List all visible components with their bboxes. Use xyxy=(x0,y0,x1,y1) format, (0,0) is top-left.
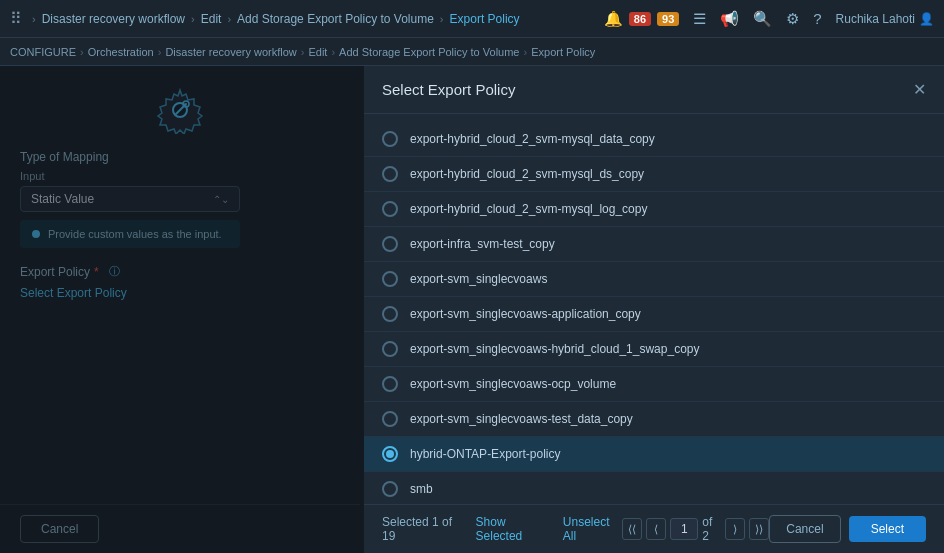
topnav-right: 🔔 86 93 ☰ 📢 🔍 ⚙ ? Ruchika Lahoti 👤 xyxy=(604,10,934,28)
footer-selection-info: Selected 1 of 19 Show Selected Unselect … xyxy=(382,515,622,543)
subnav-drworkflow[interactable]: Disaster recovery workflow xyxy=(165,46,296,58)
modal-cancel-button[interactable]: Cancel xyxy=(769,515,840,543)
policy-name: export-hybrid_cloud_2_svm-mysql_ds_copy xyxy=(410,167,644,181)
bell-icon[interactable]: 🔔 xyxy=(604,10,623,28)
policy-radio[interactable] xyxy=(382,131,398,147)
nav-dots: ⠿ xyxy=(10,9,22,28)
user-menu[interactable]: Ruchika Lahoti 👤 xyxy=(836,12,934,26)
subnav-chevron-3: › xyxy=(301,46,305,58)
policy-name: export-hybrid_cloud_2_svm-mysql_data_cop… xyxy=(410,132,655,146)
subnav-export-policy: Export Policy xyxy=(531,46,595,58)
policy-list: export-hybrid_cloud_2_svm-mysql_data_cop… xyxy=(364,114,944,504)
select-button[interactable]: Select xyxy=(849,516,926,542)
policy-item[interactable]: export-infra_svm-test_copy xyxy=(364,227,944,262)
policy-name: hybrid-ONTAP-Export-policy xyxy=(410,447,560,461)
subnav-chevron-2: › xyxy=(158,46,162,58)
policy-name: export-svm_singlecvoaws-ocp_volume xyxy=(410,377,616,391)
nav-chevron-4: › xyxy=(440,13,444,25)
breadcrumb-1[interactable]: Disaster recovery workflow xyxy=(42,12,185,26)
subnav-chevron-4: › xyxy=(331,46,335,58)
prev-page-button[interactable]: ⟨ xyxy=(646,518,666,540)
policy-name: export-infra_svm-test_copy xyxy=(410,237,555,251)
policy-radio[interactable] xyxy=(382,236,398,252)
policy-item[interactable]: export-hybrid_cloud_2_svm-mysql_data_cop… xyxy=(364,122,944,157)
show-selected-link[interactable]: Show Selected xyxy=(476,515,551,543)
modal-header: Select Export Policy ✕ xyxy=(364,66,944,114)
breadcrumb-3[interactable]: Add Storage Export Policy to Volume xyxy=(237,12,434,26)
subnav-configure[interactable]: CONFIGURE xyxy=(10,46,76,58)
policy-item[interactable]: export-hybrid_cloud_2_svm-mysql_ds_copy xyxy=(364,157,944,192)
main-content: Type of Mapping Input Static Value ⌃⌄ Pr… xyxy=(0,66,944,553)
policy-item[interactable]: export-svm_singlecvoaws xyxy=(364,262,944,297)
user-avatar-icon: 👤 xyxy=(919,12,934,26)
first-page-button[interactable]: ⟨⟨ xyxy=(622,518,642,540)
policy-name: export-hybrid_cloud_2_svm-mysql_log_copy xyxy=(410,202,647,216)
subnav-edit[interactable]: Edit xyxy=(308,46,327,58)
policy-item[interactable]: hybrid-ONTAP-Export-policy xyxy=(364,437,944,472)
policy-name: export-svm_singlecvoaws-application_copy xyxy=(410,307,641,321)
last-page-button[interactable]: ⟩⟩ xyxy=(749,518,769,540)
pagination: ⟨⟨ ⟨ of 2 ⟩ ⟩⟩ xyxy=(622,515,770,543)
breadcrumb-4: Export Policy xyxy=(450,12,520,26)
search-icon[interactable]: 🔍 xyxy=(753,10,772,28)
policy-name: export-svm_singlecvoaws-test_data_copy xyxy=(410,412,633,426)
unselect-all-link[interactable]: Unselect All xyxy=(563,515,622,543)
yellow-badge: 93 xyxy=(657,12,679,26)
help-icon[interactable]: ? xyxy=(813,10,821,27)
policy-radio[interactable] xyxy=(382,481,398,497)
modal-title: Select Export Policy xyxy=(382,81,515,98)
policy-item[interactable]: export-svm_singlecvoaws-application_copy xyxy=(364,297,944,332)
task-icon[interactable]: ☰ xyxy=(693,10,706,28)
top-nav: ⠿ › Disaster recovery workflow › Edit › … xyxy=(0,0,944,38)
page-total: of 2 xyxy=(702,515,720,543)
policy-radio[interactable] xyxy=(382,341,398,357)
policy-item[interactable]: export-svm_singlecvoaws-hybrid_cloud_1_s… xyxy=(364,332,944,367)
select-export-policy-modal: Select Export Policy ✕ export-hybrid_clo… xyxy=(364,66,944,553)
policy-radio[interactable] xyxy=(382,166,398,182)
modal-close-button[interactable]: ✕ xyxy=(913,80,926,99)
policy-radio[interactable] xyxy=(382,446,398,462)
modal-footer: Selected 1 of 19 Show Selected Unselect … xyxy=(364,504,944,553)
modal-overlay: Select Export Policy ✕ export-hybrid_clo… xyxy=(0,66,944,553)
selected-count: Selected 1 of 19 xyxy=(382,515,464,543)
user-name: Ruchika Lahoti xyxy=(836,12,915,26)
policy-item[interactable]: export-svm_singlecvoaws-ocp_volume xyxy=(364,367,944,402)
policy-name: export-svm_singlecvoaws-hybrid_cloud_1_s… xyxy=(410,342,699,356)
policy-radio[interactable] xyxy=(382,411,398,427)
broadcast-icon[interactable]: 📢 xyxy=(720,10,739,28)
subnav-chevron-5: › xyxy=(524,46,528,58)
policy-item[interactable]: export-svm_singlecvoaws-test_data_copy xyxy=(364,402,944,437)
policy-radio[interactable] xyxy=(382,271,398,287)
policy-radio[interactable] xyxy=(382,201,398,217)
subnav-orchestration[interactable]: Orchestration xyxy=(88,46,154,58)
policy-item[interactable]: smb xyxy=(364,472,944,504)
policy-item[interactable]: export-hybrid_cloud_2_svm-mysql_log_copy xyxy=(364,192,944,227)
red-badge: 86 xyxy=(629,12,651,26)
settings-icon[interactable]: ⚙ xyxy=(786,10,799,28)
nav-chevron-3: › xyxy=(227,13,231,25)
nav-chevron-1: › xyxy=(32,13,36,25)
subnav-add-storage[interactable]: Add Storage Export Policy to Volume xyxy=(339,46,519,58)
nav-chevron-2: › xyxy=(191,13,195,25)
policy-radio[interactable] xyxy=(382,306,398,322)
policy-radio[interactable] xyxy=(382,376,398,392)
footer-actions: Cancel Select xyxy=(769,515,926,543)
sub-nav: CONFIGURE › Orchestration › Disaster rec… xyxy=(0,38,944,66)
policy-name: export-svm_singlecvoaws xyxy=(410,272,547,286)
breadcrumb-2[interactable]: Edit xyxy=(201,12,222,26)
page-input[interactable] xyxy=(670,518,698,540)
alert-badges: 🔔 86 93 xyxy=(604,10,680,28)
footer-right: ⟨⟨ ⟨ of 2 ⟩ ⟩⟩ xyxy=(622,515,770,543)
next-page-button[interactable]: ⟩ xyxy=(725,518,745,540)
policy-name: smb xyxy=(410,482,433,496)
subnav-chevron-1: › xyxy=(80,46,84,58)
